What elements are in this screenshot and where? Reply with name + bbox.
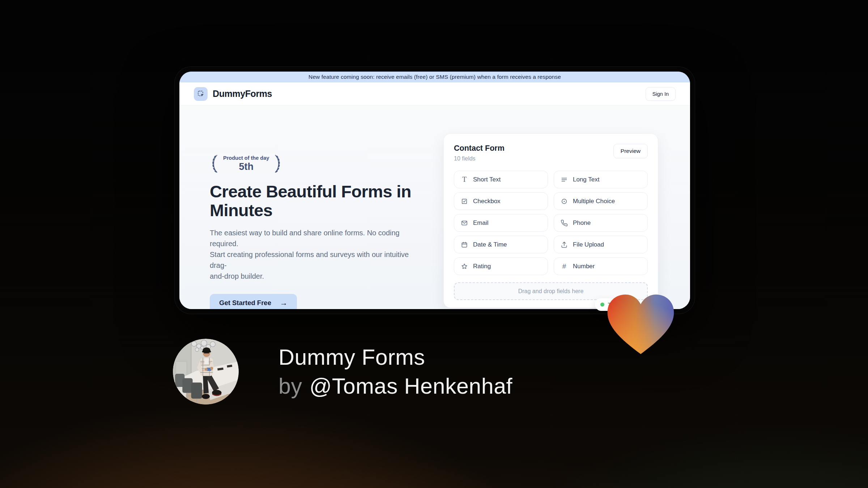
calendar-icon: [460, 241, 468, 249]
hero-title: Create Beautiful Forms in Minutes: [210, 182, 423, 219]
caption-byline: by@Tomas Henkenhaf: [278, 372, 512, 401]
sign-in-button[interactable]: Sign In: [646, 87, 676, 101]
green-dot-icon: [600, 303, 604, 307]
get-started-label: Get Started Free: [219, 299, 271, 307]
get-started-button[interactable]: Get Started Free →: [210, 294, 297, 309]
align-left-icon: [560, 176, 568, 184]
brand-name: DummyForms: [213, 89, 272, 99]
caption-title: Dummy Forms: [278, 343, 512, 372]
form-title: Contact Form: [454, 144, 505, 153]
upload-icon: [560, 241, 568, 249]
caption-author: @Tomas Henkenhaf: [309, 374, 512, 398]
announcement-banner: New feature coming soon: receive emails …: [179, 72, 690, 82]
laurel-left-icon: [210, 153, 220, 174]
award-line2: 5th: [223, 161, 269, 172]
field-chip-file-upload[interactable]: File Upload: [554, 236, 648, 253]
brand-logo-group[interactable]: DummyForms: [194, 87, 272, 101]
field-chip-checkbox[interactable]: Checkbox: [454, 192, 548, 210]
dashed-select-cursor-icon: [194, 87, 208, 101]
field-count: 10 fields: [454, 155, 505, 162]
page-background: New feature coming soon: receive emails …: [0, 0, 868, 488]
preview-button[interactable]: Preview: [613, 144, 648, 158]
field-chip-email[interactable]: Email: [454, 214, 548, 232]
gradient-heart-icon: [605, 293, 676, 357]
phone-icon: [560, 219, 568, 227]
avatar: [173, 339, 239, 404]
checkbox-icon: [460, 197, 468, 205]
mail-icon: [460, 219, 468, 227]
radio-icon: [560, 197, 568, 205]
award-text: Product of the day 5th: [222, 155, 271, 172]
caption: Dummy Forms by@Tomas Henkenhaf: [278, 343, 512, 401]
browser-window: New feature coming soon: receive emails …: [174, 67, 695, 314]
top-navigation: DummyForms Sign In: [179, 82, 690, 106]
field-chip-rating[interactable]: Rating: [454, 257, 548, 275]
award-line1: Product of the day: [223, 155, 269, 161]
form-builder-card: Contact Form 10 fields Preview T Short T…: [443, 133, 658, 308]
hero-section: Product of the day 5th: [210, 153, 423, 309]
builder-card-header: Contact Form 10 fields Preview: [454, 144, 648, 162]
field-chip-long-text[interactable]: Long Text: [554, 171, 648, 188]
type-icon: T: [460, 176, 468, 184]
dropzone-text: Drag and drop fields here: [518, 288, 584, 295]
field-chip-multiple-choice[interactable]: Multiple Choice: [554, 192, 648, 210]
field-chip-number[interactable]: # Number: [554, 257, 648, 275]
builder-title-block: Contact Form 10 fields: [454, 144, 505, 162]
caption-by-prefix: by: [278, 374, 302, 398]
hero-description: The easiest way to build and share onlin…: [210, 227, 423, 282]
field-chip-date-time[interactable]: Date & Time: [454, 236, 548, 253]
product-of-the-day-badge: Product of the day 5th: [210, 153, 282, 174]
laurel-right-icon: [273, 153, 282, 174]
arrow-right-icon: →: [280, 299, 288, 307]
field-chip-short-text[interactable]: T Short Text: [454, 171, 548, 188]
landing-main: Product of the day 5th: [179, 106, 690, 309]
app-screen: New feature coming soon: receive emails …: [179, 72, 690, 309]
field-chip-phone[interactable]: Phone: [554, 214, 648, 232]
star-icon: [460, 262, 468, 270]
hash-icon: #: [560, 262, 568, 270]
field-type-grid: T Short Text Long Text: [454, 171, 648, 275]
announcement-text: New feature coming soon: receive emails …: [309, 74, 561, 80]
